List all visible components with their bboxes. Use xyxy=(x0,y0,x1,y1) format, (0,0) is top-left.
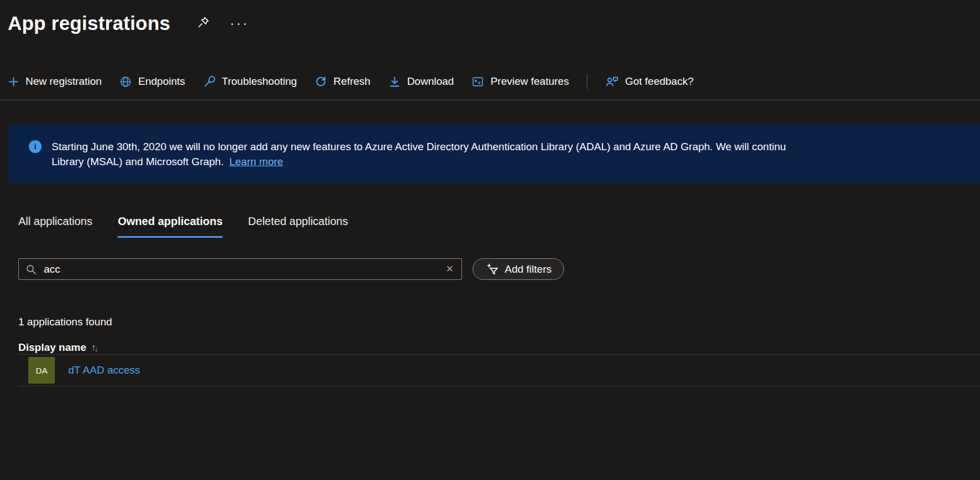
endpoints-label: Endpoints xyxy=(138,75,185,88)
download-label: Download xyxy=(407,75,454,88)
download-icon xyxy=(388,75,401,88)
got-feedback-button[interactable]: Got feedback? xyxy=(605,75,694,88)
app-avatar: DA xyxy=(28,357,55,384)
sort-icon: ↑↓ xyxy=(92,341,99,354)
info-icon: i xyxy=(29,140,42,153)
command-bar: New registration Endpoints Troubleshooti… xyxy=(0,74,980,89)
preview-features-label: Preview features xyxy=(490,75,569,88)
endpoints-button[interactable]: Endpoints xyxy=(119,75,185,88)
filter-row: ✕ Add filters xyxy=(18,258,980,280)
wrench-icon xyxy=(203,75,216,88)
refresh-button[interactable]: Refresh xyxy=(314,75,370,88)
download-button[interactable]: Download xyxy=(388,75,454,88)
close-icon: ✕ xyxy=(446,264,454,274)
got-feedback-label: Got feedback? xyxy=(625,75,694,88)
page-title: App registrations xyxy=(8,12,170,34)
new-registration-label: New registration xyxy=(26,75,101,88)
app-registrations-page: App registrations ··· New registration xyxy=(0,0,980,480)
preview-features-icon xyxy=(471,75,484,88)
search-icon xyxy=(26,264,37,275)
column-header-display-name[interactable]: Display name ↑↓ xyxy=(18,341,99,354)
toolbar-divider xyxy=(587,74,587,89)
column-header-label: Display name xyxy=(18,341,87,354)
preview-features-button[interactable]: Preview features xyxy=(471,75,569,88)
learn-more-link[interactable]: Learn more xyxy=(229,156,283,167)
application-tabs: All applications Owned applications Dele… xyxy=(18,215,980,238)
clear-search-button[interactable]: ✕ xyxy=(445,263,455,275)
feedback-icon xyxy=(605,75,619,88)
banner-line-2-text: Library (MSAL) and Microsoft Graph. xyxy=(52,156,224,167)
search-input[interactable] xyxy=(43,263,439,276)
toolbar-rule xyxy=(0,100,980,100)
plus-icon xyxy=(8,76,19,88)
refresh-label: Refresh xyxy=(333,75,370,88)
ellipsis-icon: ··· xyxy=(230,16,249,30)
app-display-name-link[interactable]: dT AAD access xyxy=(68,364,140,376)
troubleshooting-label: Troubleshooting xyxy=(222,75,297,88)
tab-all-applications[interactable]: All applications xyxy=(18,215,92,238)
more-options-button[interactable]: ··· xyxy=(227,14,251,33)
banner-text: Starting June 30th, 2020 we will no long… xyxy=(52,139,786,169)
refresh-icon xyxy=(314,75,327,88)
applications-list: DA dT AAD access xyxy=(18,354,980,386)
add-filters-label: Add filters xyxy=(505,263,551,275)
banner-line-2: Library (MSAL) and Microsoft Graph.Learn… xyxy=(52,154,786,169)
add-filters-button[interactable]: Add filters xyxy=(473,258,564,280)
globe-icon xyxy=(119,75,132,88)
table-row[interactable]: DA dT AAD access xyxy=(18,355,980,386)
filter-plus-icon xyxy=(485,263,499,275)
tab-deleted-applications[interactable]: Deleted applications xyxy=(248,215,348,238)
pin-button[interactable] xyxy=(195,14,212,33)
results-count: 1 applications found xyxy=(18,315,980,329)
banner-line-1: Starting June 30th, 2020 we will no long… xyxy=(52,139,786,154)
info-banner: i Starting June 30th, 2020 we will no lo… xyxy=(8,125,980,183)
tab-owned-applications[interactable]: Owned applications xyxy=(118,215,222,238)
page-header: App registrations ··· xyxy=(0,0,980,35)
search-box: ✕ xyxy=(18,258,462,280)
troubleshooting-button[interactable]: Troubleshooting xyxy=(203,75,297,88)
new-registration-button[interactable]: New registration xyxy=(8,75,101,88)
pin-icon xyxy=(197,16,210,30)
